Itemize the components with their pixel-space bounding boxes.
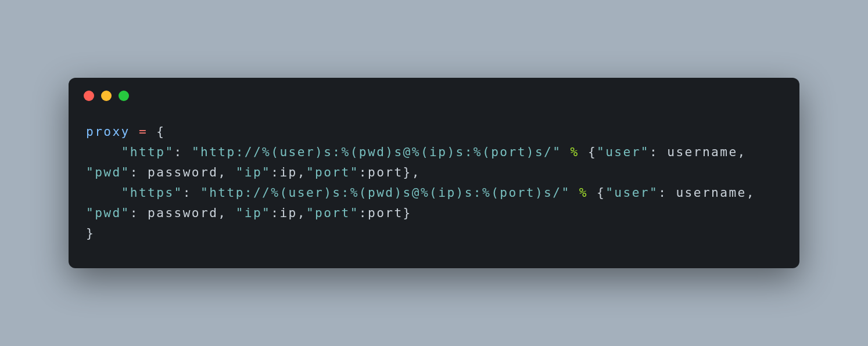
code-token: "port" bbox=[306, 165, 359, 179]
code-token: "pwd" bbox=[86, 206, 130, 220]
code-token: % bbox=[571, 145, 579, 159]
code-token: { bbox=[588, 185, 605, 200]
code-token: "port" bbox=[306, 206, 359, 220]
code-token: { bbox=[579, 145, 597, 159]
code-token: : password, bbox=[130, 206, 236, 220]
code-token: "pwd" bbox=[86, 165, 130, 179]
code-token: "http://%(user)s:%(pwd)s@%(ip)s:%(port)s… bbox=[200, 185, 571, 200]
code-token: proxy bbox=[86, 124, 139, 139]
code-token: "user" bbox=[605, 185, 658, 200]
code-token: :ip, bbox=[271, 165, 306, 179]
code-token: "ip" bbox=[236, 165, 271, 179]
code-token: : password, bbox=[130, 165, 236, 179]
code-token bbox=[571, 185, 579, 200]
close-icon[interactable] bbox=[84, 91, 94, 101]
minimize-icon[interactable] bbox=[101, 91, 112, 101]
code-token: : bbox=[174, 145, 192, 159]
code-token: : bbox=[183, 185, 200, 200]
zoom-icon[interactable] bbox=[119, 91, 129, 101]
code-token: : username, bbox=[658, 185, 764, 200]
code-token: "http://%(user)s:%(pwd)s@%(ip)s:%(port)s… bbox=[192, 145, 562, 159]
code-token: = bbox=[139, 124, 148, 139]
code-token: % bbox=[579, 185, 588, 200]
code-token: "https" bbox=[121, 185, 183, 200]
window-titlebar bbox=[69, 78, 799, 106]
code-token: :ip, bbox=[271, 206, 306, 220]
code-token: "user" bbox=[597, 145, 650, 159]
code-token: "ip" bbox=[236, 206, 271, 220]
code-window: proxy = { "http": "http://%(user)s:%(pwd… bbox=[69, 78, 799, 268]
code-token bbox=[561, 145, 570, 159]
code-content: proxy = { "http": "http://%(user)s:%(pwd… bbox=[69, 106, 799, 268]
code-token: : username, bbox=[650, 145, 755, 159]
code-token: "http" bbox=[121, 145, 174, 159]
